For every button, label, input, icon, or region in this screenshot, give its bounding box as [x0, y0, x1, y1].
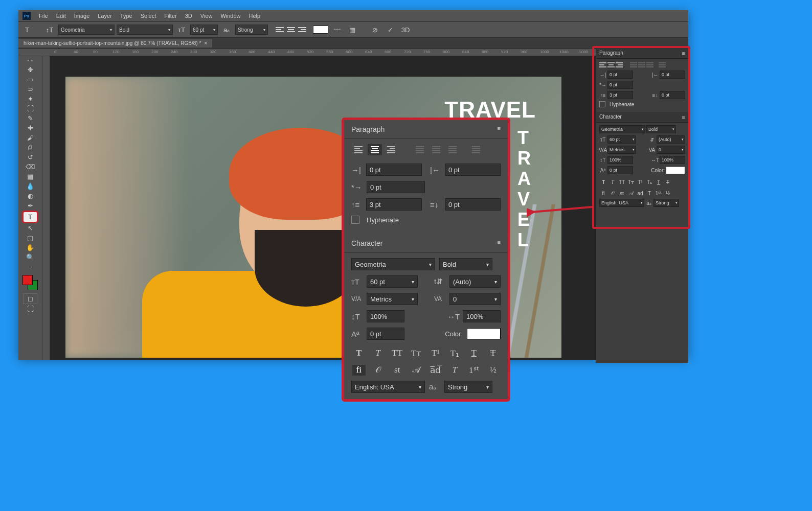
indent-right-input-sm[interactable]: 0 pt — [660, 71, 685, 79]
vscale-input-big[interactable]: 100% — [367, 310, 404, 322]
menu-image[interactable]: Image — [70, 11, 94, 21]
underline-btn-sm[interactable]: T — [655, 178, 663, 186]
marquee-tool[interactable]: ▭ — [24, 75, 37, 84]
float-panel-menu-icon[interactable]: ≡ — [498, 125, 501, 133]
leading-dropdown-big[interactable]: (Auto) — [449, 275, 501, 288]
foreground-color-swatch[interactable] — [22, 275, 33, 285]
swash-btn-big[interactable]: 𝒜 — [410, 365, 423, 376]
lasso-tool[interactable]: ⊃ — [24, 84, 37, 94]
titling-btn-big[interactable]: a̅d̅ — [429, 365, 442, 376]
align-left-btn-big[interactable] — [351, 144, 366, 155]
float-char-menu-icon[interactable]: ≡ — [498, 239, 501, 247]
fractions-st-btn-sm[interactable]: 1ˢᵗ — [655, 189, 663, 197]
kerning-dropdown-big[interactable]: Metrics — [367, 293, 418, 305]
healing-tool[interactable]: ✚ — [24, 123, 37, 133]
align-left-btn-sm[interactable] — [599, 61, 606, 68]
panel-menu-icon[interactable]: ≡ — [682, 50, 685, 56]
justify-last-right-big[interactable] — [445, 144, 460, 155]
align-center-btn-big[interactable] — [368, 144, 382, 155]
move-tool[interactable]: ✥ — [24, 65, 37, 75]
smallcaps-btn-sm[interactable]: Tᴛ — [627, 178, 635, 186]
menu-window[interactable]: Window — [216, 11, 244, 21]
menu-filter[interactable]: Filter — [160, 11, 181, 21]
justify-last-left-sm[interactable] — [630, 61, 637, 68]
align-right-btn-sm[interactable] — [616, 61, 623, 68]
aa-dropdown-big[interactable]: Strong — [444, 381, 492, 393]
space-before-input-sm[interactable]: 3 pt — [607, 91, 633, 99]
document-tab[interactable]: hiker-man-taking-selfie-portrait-top-mou… — [18, 39, 212, 48]
font-weight-dropdown-sm[interactable]: Bold — [646, 125, 676, 133]
float-character-header[interactable]: Character ≡ — [344, 234, 508, 253]
connection-btn-big[interactable]: 𝒪 — [371, 365, 385, 376]
indent-right-input-big[interactable]: 0 pt — [445, 164, 501, 176]
path-tool[interactable]: ↖ — [24, 223, 37, 233]
brush-tool[interactable]: 🖌 — [24, 133, 37, 143]
panels-toggle-icon[interactable]: ▦ — [346, 24, 359, 35]
justify-last-right-sm[interactable] — [646, 61, 653, 68]
leading-dropdown-sm[interactable]: (Auto) — [657, 135, 685, 144]
bold-btn-big[interactable]: T — [352, 348, 366, 359]
subscript-btn-big[interactable]: T₁ — [448, 348, 461, 359]
language-dropdown-big[interactable]: English: USA — [351, 381, 425, 393]
justify-last-left-big[interactable] — [413, 144, 427, 155]
screen-mode-toggle[interactable]: ⛶ — [24, 304, 37, 314]
tracking-dropdown-sm[interactable]: 0 — [657, 146, 685, 154]
warp-text-icon[interactable]: 〰 — [330, 24, 344, 35]
float-paragraph-header[interactable]: Paragraph ≡ — [344, 120, 508, 139]
font-size-dropdown-big[interactable]: 60 pt — [367, 275, 418, 288]
shape-tool[interactable]: ▢ — [24, 233, 37, 243]
strikethrough-btn-sm[interactable]: T — [664, 178, 672, 186]
font-size-dropdown-sm[interactable]: 60 pt — [607, 135, 636, 144]
floating-paragraph-character-panel[interactable]: Paragraph ≡ →| 0 pt |← 0 pt *→ 0 pt ↑≡ — [342, 118, 510, 402]
language-dropdown-sm[interactable]: English: USA — [599, 199, 644, 207]
type-tool-preset-icon[interactable]: T — [20, 24, 34, 35]
font-family-dropdown-big[interactable]: Geometria — [351, 258, 435, 270]
italic-alt-btn-big[interactable]: T — [448, 365, 461, 376]
align-center-btn-sm[interactable] — [607, 61, 615, 68]
tool-more[interactable]: ⋯ — [24, 262, 37, 272]
dodge-tool[interactable]: ◐ — [24, 191, 37, 201]
menu-file[interactable]: File — [35, 11, 52, 21]
hscale-input-sm[interactable]: 100% — [660, 156, 685, 164]
zoom-tool[interactable]: 🔍 — [24, 252, 37, 262]
commit-icon[interactable]: ✓ — [384, 24, 397, 35]
stylistic-btn-big[interactable]: st — [391, 365, 404, 376]
first-line-input-big[interactable]: 0 pt — [367, 181, 425, 193]
kerning-dropdown-sm[interactable]: Metrics — [607, 146, 636, 154]
font-family-dropdown-sm[interactable]: Geometria — [599, 125, 645, 133]
allcaps-btn-big[interactable]: TT — [391, 348, 404, 359]
allcaps-btn-sm[interactable]: TT — [618, 178, 626, 186]
baseline-input-sm[interactable]: 0 pt — [607, 166, 633, 174]
hand-tool[interactable]: ✋ — [24, 243, 37, 252]
stylistic-btn-sm[interactable]: st — [618, 189, 626, 197]
text-color-swatch[interactable] — [313, 26, 328, 34]
justify-last-center-big[interactable] — [429, 144, 443, 155]
crop-tool[interactable]: ⛶ — [24, 104, 37, 113]
antialias-dropdown[interactable]: Strong — [235, 25, 268, 35]
align-right-button[interactable] — [298, 25, 307, 34]
titling-btn-sm[interactable]: ad — [636, 189, 644, 197]
swash-btn-sm[interactable]: 𝒜 — [627, 189, 635, 197]
hyphenate-checkbox-sm[interactable] — [599, 101, 605, 107]
text-travel-vertical[interactable]: TRAVEL — [517, 128, 531, 250]
alternates-btn-sm[interactable]: 𝒪 — [608, 189, 617, 197]
subscript-btn-sm[interactable]: T₁ — [645, 178, 653, 186]
menu-select[interactable]: Select — [137, 11, 161, 21]
indent-left-input-big[interactable]: 0 pt — [366, 164, 422, 176]
text-color-swatch-big[interactable] — [467, 328, 501, 339]
font-family-dropdown[interactable]: Geometria — [58, 25, 115, 35]
menu-help[interactable]: Help — [245, 11, 265, 21]
cancel-icon[interactable]: ⊘ — [368, 24, 381, 35]
wand-tool[interactable]: ✦ — [24, 94, 37, 104]
type-tool[interactable]: T — [22, 211, 38, 223]
3d-icon[interactable]: 3D — [399, 24, 412, 35]
first-line-input-sm[interactable]: 0 pt — [607, 81, 633, 89]
fractions-btn-big[interactable]: ½ — [486, 365, 500, 376]
justify-all-sm[interactable] — [659, 61, 666, 68]
space-before-input-big[interactable]: 3 pt — [366, 198, 422, 211]
eyedropper-tool[interactable]: ✎ — [24, 113, 37, 123]
text-color-swatch-sm[interactable] — [666, 166, 685, 174]
eraser-tool[interactable]: ⌫ — [24, 162, 37, 172]
italic-btn-sm[interactable]: T — [608, 178, 617, 186]
space-after-input-sm[interactable]: 0 pt — [660, 91, 685, 99]
